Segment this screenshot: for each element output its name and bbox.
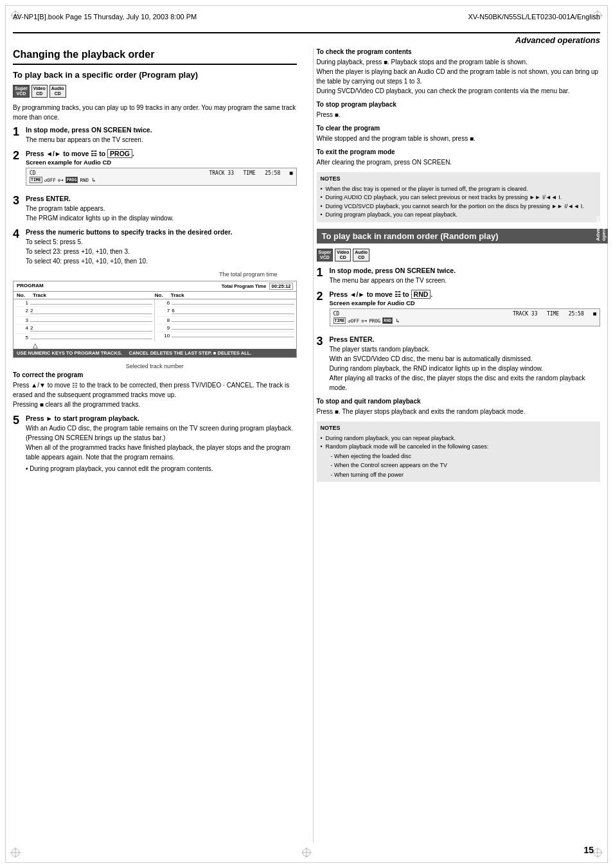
correct-program-body: Press ▲/▼ to move ☷ to the track to be c… xyxy=(13,380,297,409)
step-1-title: In stop mode, press ON SCREEN twice. xyxy=(26,126,297,134)
table-row: 7 6 xyxy=(157,307,294,317)
stop-program-body: Press ■. xyxy=(317,110,601,120)
note-item-3: During VCD/SVCD playback, you cannot sea… xyxy=(321,202,597,211)
col-no-header-2: No. xyxy=(155,292,171,298)
stop-random-title: To stop and quit random playback xyxy=(317,398,601,405)
notes-title-right: NOTES xyxy=(321,424,597,433)
video-cd-icon: VideoCD xyxy=(31,85,48,98)
table-row: 4 2 xyxy=(15,324,152,334)
table-row: 9 xyxy=(157,324,294,332)
table-header: PROGRAM Total Program Time 00:25:12 xyxy=(13,281,296,292)
stop-random-section: To stop and quit random playback Press ■… xyxy=(317,398,601,416)
col-track-header: Track xyxy=(33,292,155,298)
screen-row2: TIME ↺OFF ⊙➜ PROG RND ↳ xyxy=(30,177,293,183)
stop-program-title: To stop program playback xyxy=(317,101,601,108)
table-footer: USE NUMERIC KEYS TO PROGRAM TRACKS. CANC… xyxy=(13,349,296,357)
step-3-body1: The program table appears. xyxy=(26,204,297,213)
step-3: 3 Press ENTER. The program table appears… xyxy=(13,195,297,223)
audio-cd-icon: AudioCD xyxy=(49,85,66,98)
col-no-header: No. xyxy=(17,292,33,298)
header-right: XV-N50BK/N55SL/LET0230-001A/English xyxy=(468,13,600,21)
notes-box-right: NOTES During random playback, you can re… xyxy=(317,421,601,482)
step-5-body1: With an Audio CD disc, the program table… xyxy=(26,423,297,443)
screen-row2-rnd: TIME ↺OFF ⊙➜ PROG RND ↳ xyxy=(333,317,597,324)
step-2: 2 Press ◄/► to move ☷ to PROG. Screen ex… xyxy=(13,150,297,190)
rnd-step-3: 3 Press ENTER. The player starts random … xyxy=(317,335,601,393)
table-col-left: 1 2 2 3 4 2 5 xyxy=(13,299,154,341)
step-5: 5 Press ► to start program playback. Wit… xyxy=(13,414,297,474)
correct-program-title: To correct the program xyxy=(13,371,297,378)
table-rows-container: 1 2 2 3 4 2 5 xyxy=(13,299,296,341)
section-title: Changing the playback order xyxy=(13,48,297,65)
left-column: Changing the playback order To play back… xyxy=(13,48,300,842)
table-header-left: PROGRAM xyxy=(17,283,44,290)
step-3-body2: The PRGM indicator lights up in the disp… xyxy=(26,213,297,223)
step-3-title: Press ENTER. xyxy=(26,195,297,202)
disc-icons-left: SuperVCD VideoCD AudioCD xyxy=(13,85,297,98)
correct-program-section: To correct the program Press ▲/▼ to move… xyxy=(13,371,297,409)
notes-box-left: NOTES When the disc tray is opened or th… xyxy=(317,172,601,222)
table-col-headers: No. Track No. Track xyxy=(13,292,296,299)
table-row: 6 xyxy=(157,299,294,307)
disc-icons-right: SuperVCD VideoCD AudioCD xyxy=(317,249,601,262)
stop-program-section: To stop program playback Press ■. xyxy=(317,101,601,120)
up-arrow-indicator: △ xyxy=(13,342,296,349)
audio-cd-icon-r: AudioCD xyxy=(353,249,369,262)
rnd-note-1: During random playback, you can repeat p… xyxy=(321,434,597,443)
exit-program-title: To exit the program mode xyxy=(317,148,601,155)
note-item-2: During AUDIO CD playback, you can select… xyxy=(321,193,597,202)
clear-program-body: While stopped and the program table is s… xyxy=(317,134,601,143)
check-program-section: To check the program contents During pla… xyxy=(317,48,601,96)
col-track-header-2: Track xyxy=(171,292,293,298)
screen-label-1: Screen example for Audio CD xyxy=(26,159,297,166)
step-1-body: The menu bar appears on the TV screen. xyxy=(26,135,297,145)
check-program-title: To check the program contents xyxy=(317,48,601,55)
random-play-section-header: To play back in random order (Random pla… xyxy=(317,229,601,244)
clear-program-section: To clear the program While stopped and t… xyxy=(317,125,601,143)
vertical-ops-label: Advancedoperations xyxy=(594,229,608,244)
rnd-step-3-body3: During random playback, the RND indicato… xyxy=(330,364,601,373)
table-total-time: 00:25:12 xyxy=(269,283,292,290)
rnd-step-3-body1: The player starts random playback. xyxy=(330,344,601,354)
note-item-1: When the disc tray is opened or the play… xyxy=(321,185,597,194)
step-4-body1: To select 5: press 5. xyxy=(26,237,297,247)
rnd-step-1-title: In stop mode, press ON SCREEN twice. xyxy=(330,267,601,274)
table-row: 5 xyxy=(15,334,152,341)
screen-box-1: CD TRACK 33 TIME 25:58 ■ TIME ↺OFF ⊙➜ PR… xyxy=(26,168,297,186)
table-col-right: 6 7 6 8 9 10 xyxy=(154,299,296,341)
rnd-step-1-body: The menu bar appears on the TV screen. xyxy=(330,276,601,285)
screen-cd-rnd: CD xyxy=(333,311,340,317)
screen-box-rnd: CD TRACK 33 TIME 25:58 ■ TIME ↺OFF ⊙➜ PR… xyxy=(330,308,601,326)
subsection-title: To play back in a specific order (Progra… xyxy=(13,70,297,81)
step-1: 1 In stop mode, press ON SCREEN twice. T… xyxy=(13,126,297,145)
rnd-note-2: Random playback mode will be canceled in… xyxy=(321,443,597,452)
table-caption-top: The total program time xyxy=(13,271,278,278)
super-vcd-icon: SuperVCD xyxy=(13,85,30,98)
rnd-step-2-title: Press ◄/► to move ☷ to RND. xyxy=(330,290,601,298)
page-number: 15 xyxy=(583,845,594,855)
table-row: 1 xyxy=(15,299,152,307)
video-cd-icon-r: VideoCD xyxy=(335,249,351,262)
step-4-body2: To select 23: press +10, +10, then 3. xyxy=(26,247,297,256)
rnd-step-3-body4: After playing all tracks of the disc, th… xyxy=(330,373,601,393)
right-column: To check the program contents During pla… xyxy=(313,48,601,842)
header: AV-NP1[B].book Page 15 Thursday, July 10… xyxy=(13,13,600,21)
rnd-step-1: 1 In stop mode, press ON SCREEN twice. T… xyxy=(317,267,601,285)
exit-program-section: To exit the program mode After clearing … xyxy=(317,148,601,167)
table-row: 8 xyxy=(157,317,294,324)
step-4-body3: To select 40: press +10, +10, +10, then … xyxy=(26,256,297,266)
note-item-4: During program playback, you can repeat … xyxy=(321,211,597,220)
table-row: 10 xyxy=(157,332,294,339)
table-caption-bottom: Selected track number xyxy=(13,363,297,369)
screen-cd: CD xyxy=(30,170,36,176)
rnd-step-2: 2 Press ◄/► to move ☷ to RND. Screen exa… xyxy=(317,290,601,330)
program-table: PROGRAM Total Program Time 00:25:12 No. … xyxy=(13,281,297,358)
content-area: Changing the playback order To play back… xyxy=(13,48,600,842)
super-vcd-icon-r: SuperVCD xyxy=(317,249,333,262)
screen-track: TRACK 33 TIME 25:58 ■ xyxy=(209,170,292,176)
step-4-title: Press the numeric buttons to specify tra… xyxy=(26,228,297,236)
intro-text: By programming tracks, you can play up t… xyxy=(13,103,297,122)
screen-track-rnd: TRACK 33 TIME 25:58 ■ xyxy=(513,311,596,317)
table-row: 2 2 xyxy=(15,307,152,317)
step-2-title: Press ◄/► to move ☷ to PROG. xyxy=(26,150,297,157)
